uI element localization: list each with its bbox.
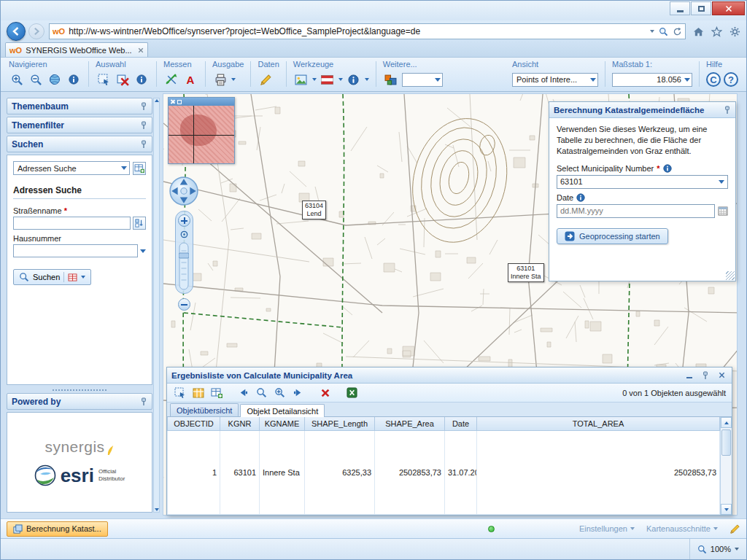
search-icon[interactable]: [659, 27, 668, 36]
column-header[interactable]: KGNAME: [260, 417, 305, 430]
overview-map[interactable]: [168, 97, 235, 164]
zoom-out-tool[interactable]: [28, 71, 44, 88]
tab-objektuebersicht[interactable]: Objektübersicht: [170, 403, 239, 416]
column-header[interactable]: SHAPE_Length: [305, 417, 375, 430]
browser-tab[interactable]: wO SYNERGIS WebOffice Web...: [5, 42, 148, 57]
select-objects-button[interactable]: [173, 386, 187, 400]
column-header[interactable]: KGNR: [220, 417, 260, 430]
zoom-to-object-button[interactable]: [255, 386, 268, 400]
zoom-reset-icon[interactable]: [179, 230, 189, 239]
scroll-down-icon[interactable]: [155, 508, 159, 511]
remove-results-button[interactable]: [318, 386, 332, 400]
kartenausschnitte-menu[interactable]: Kartenausschnitte: [646, 524, 718, 533]
autocomplete-dropdown-icon[interactable]: [650, 30, 654, 33]
window-titlebar[interactable]: [1, 1, 746, 20]
info-dropdown-icon[interactable]: [365, 78, 369, 81]
zoom-all-objects-button[interactable]: [273, 386, 287, 400]
results-table[interactable]: OBJECTID KGNR KGNAME SHAPE_Length SHAPE_…: [167, 417, 720, 515]
results-header[interactable]: Ergebnisliste von Calculate Municipality…: [167, 368, 732, 384]
column-header[interactable]: Date: [445, 417, 477, 430]
panel-header-powered-by[interactable]: Powered by: [7, 393, 152, 410]
municipality-select[interactable]: 63101: [557, 175, 728, 189]
results-scrollbar[interactable]: [720, 417, 732, 515]
calendar-icon[interactable]: [718, 206, 728, 216]
zoom-in-tool[interactable]: [9, 71, 25, 88]
url-text[interactable]: http://w-ws-wintner/WebOffice/synserver?…: [69, 26, 646, 36]
navigate-info-tool[interactable]: [66, 71, 82, 88]
scroll-thumb[interactable]: [721, 429, 731, 456]
house-number-dropdown-icon[interactable]: [140, 249, 146, 253]
results-minimize-button[interactable]: [684, 370, 695, 381]
context-help-button[interactable]: C: [706, 72, 721, 87]
view-select[interactable]: Points of Intere...: [512, 73, 598, 87]
map-navigation-control[interactable]: [169, 176, 198, 311]
settings-gear-icon[interactable]: [729, 26, 740, 37]
selection-info-tool[interactable]: [133, 71, 150, 88]
previous-object-button[interactable]: [236, 386, 250, 400]
pin-icon[interactable]: [140, 140, 147, 149]
more-tools-button[interactable]: [383, 71, 399, 88]
info-icon[interactable]: [663, 164, 672, 173]
tool-window-header[interactable]: Berechnung Katastralgemeindefläche: [549, 102, 735, 118]
einstellungen-menu[interactable]: Einstellungen: [579, 524, 635, 533]
scroll-up-icon[interactable]: [155, 99, 159, 102]
map-image-tool[interactable]: [293, 71, 309, 88]
manage-searches-button[interactable]: [133, 162, 146, 175]
window-minimize-button[interactable]: [670, 1, 690, 15]
resize-grip[interactable]: [726, 271, 735, 280]
pin-icon[interactable]: [140, 397, 147, 406]
results-close-button[interactable]: [716, 370, 727, 381]
next-object-button[interactable]: [291, 386, 305, 400]
overview-image[interactable]: [169, 106, 234, 163]
edit-data-tool[interactable]: [258, 71, 274, 88]
tab-objekt-detailansicht[interactable]: Objekt Detailansicht: [240, 404, 325, 417]
print-dropdown-icon[interactable]: [231, 78, 236, 81]
task-button-berechnung[interactable]: Berechnung Katast...: [7, 521, 108, 537]
overview-resize-icon[interactable]: [177, 100, 182, 104]
street-input[interactable]: [13, 217, 131, 230]
tab-close-icon[interactable]: [138, 47, 144, 53]
house-number-input[interactable]: [13, 244, 138, 257]
measure-area-tool[interactable]: A: [182, 71, 198, 88]
window-close-button[interactable]: [712, 1, 745, 15]
overview-close-icon[interactable]: [170, 99, 175, 104]
address-bar[interactable]: wO http://w-ws-wintner/WebOffice/synserv…: [49, 23, 686, 39]
panel-header-suchen[interactable]: Suchen: [7, 136, 152, 152]
panel-header-themenbaum[interactable]: Themenbaum: [7, 98, 152, 114]
excel-export-button[interactable]: [345, 386, 359, 400]
browser-forward-button[interactable]: [28, 23, 44, 39]
browser-zoom-control[interactable]: 100%: [689, 539, 739, 559]
browser-back-button[interactable]: [7, 22, 26, 41]
zoom-out-button[interactable]: [178, 298, 190, 311]
column-header[interactable]: TOTAL_AREA: [477, 417, 720, 430]
date-input[interactable]: [557, 204, 715, 218]
scroll-up-button[interactable]: [721, 417, 732, 428]
more-tools-select[interactable]: [402, 73, 443, 87]
column-header[interactable]: OBJECTID: [168, 417, 220, 430]
sidebar-scrollbar[interactable]: [153, 98, 160, 513]
map-info-tool[interactable]: [346, 71, 362, 88]
results-pin-button[interactable]: [700, 370, 711, 381]
panel-header-themenfilter[interactable]: Themenfilter: [7, 117, 152, 133]
print-tool[interactable]: [212, 71, 228, 88]
measure-distance-tool[interactable]: [163, 71, 179, 88]
refresh-icon[interactable]: [673, 27, 682, 36]
panel-splitter[interactable]: [7, 386, 152, 393]
add-table-button[interactable]: [209, 386, 223, 400]
zoom-slider[interactable]: [179, 242, 189, 290]
geoprocessing-start-button[interactable]: Geoprocessing starten: [557, 228, 668, 244]
scroll-down-button[interactable]: [721, 504, 732, 515]
street-lookup-button[interactable]: [133, 217, 146, 230]
flag-dropdown-icon[interactable]: [338, 78, 343, 81]
austria-basemap-tool[interactable]: [320, 71, 336, 88]
zoom-in-button[interactable]: [178, 214, 190, 227]
home-icon[interactable]: [693, 26, 704, 37]
scale-select[interactable]: 18.056: [612, 73, 692, 87]
search-type-select[interactable]: Adressen Suche: [13, 161, 130, 175]
search-submit-button[interactable]: Suchen: [13, 269, 91, 285]
select-features-tool[interactable]: [96, 71, 112, 88]
search-options-dropdown-icon[interactable]: [81, 276, 85, 279]
redline-pencil-icon[interactable]: [729, 524, 740, 534]
pin-icon[interactable]: [724, 106, 731, 114]
column-header[interactable]: SHAPE_Area: [375, 417, 445, 430]
